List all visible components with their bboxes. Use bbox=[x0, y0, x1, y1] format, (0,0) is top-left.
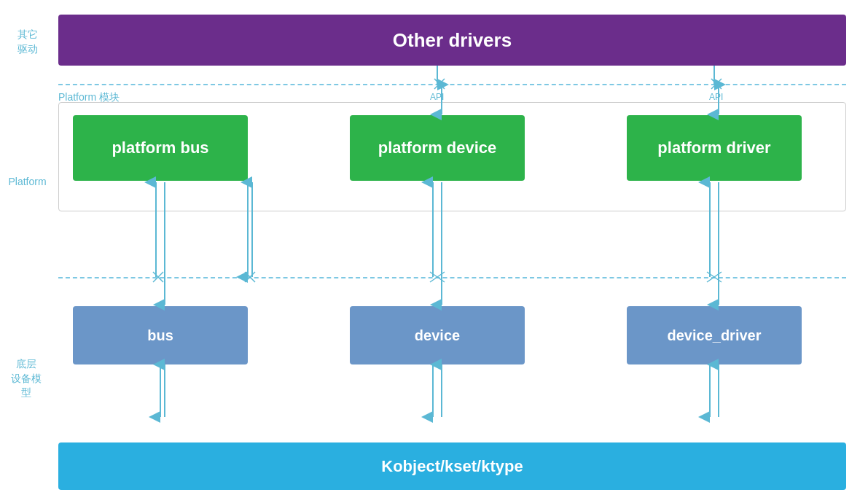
layer-label-qita: 其它驱动 bbox=[7, 28, 47, 56]
kobject-label: Kobject/kset/ktype bbox=[381, 457, 523, 476]
api-label-2: API bbox=[709, 92, 723, 102]
dashed-line-2 bbox=[58, 277, 846, 278]
api-label-1: API bbox=[430, 92, 444, 102]
platform-bus-box: platform bus bbox=[73, 115, 248, 181]
platform-driver-label: platform driver bbox=[657, 139, 770, 157]
device-driver-label: device_driver bbox=[668, 327, 762, 344]
diagram-container: Other drivers 其它驱动 Platform 模块 Platform … bbox=[0, 0, 868, 503]
layer-label-diceng: 底层设备模型 bbox=[6, 357, 46, 400]
device-box: device bbox=[350, 306, 525, 364]
device-driver-box: device_driver bbox=[627, 306, 802, 364]
platform-device-box: platform device bbox=[350, 115, 525, 181]
other-drivers-bar: Other drivers bbox=[58, 15, 846, 66]
bus-label: bus bbox=[147, 327, 173, 344]
device-label: device bbox=[415, 327, 460, 344]
platform-bus-label: platform bus bbox=[112, 139, 208, 157]
other-drivers-label: Other drivers bbox=[393, 29, 512, 52]
bus-box: bus bbox=[73, 306, 248, 364]
layer-label-platform: Platform bbox=[7, 175, 47, 190]
dashed-line-1 bbox=[58, 84, 846, 85]
platform-device-label: platform device bbox=[378, 139, 497, 157]
platform-driver-box: platform driver bbox=[627, 115, 802, 181]
arrows-overlay bbox=[0, 0, 868, 503]
kobject-bar: Kobject/kset/ktype bbox=[58, 442, 846, 490]
